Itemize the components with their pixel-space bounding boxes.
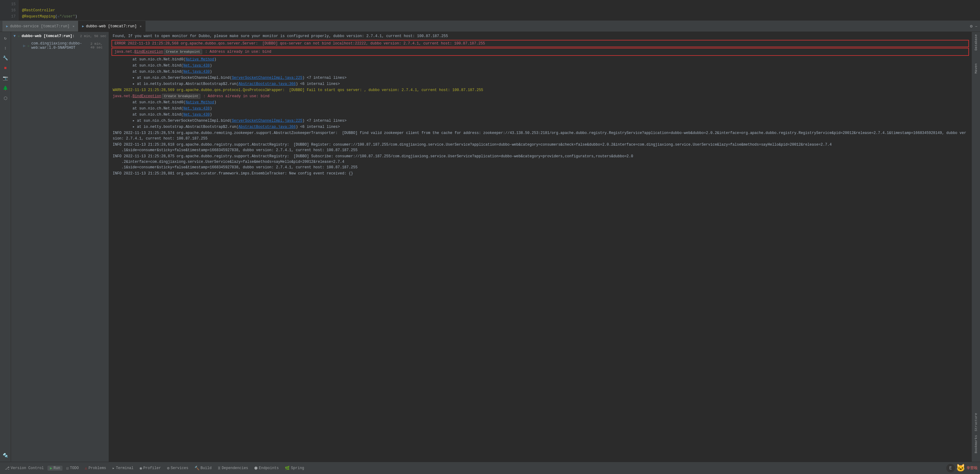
stack-7: at sun.nio.ch.Net.bind(Net.java:438) [109,105,971,112]
console-panel[interactable]: Found, If you want to open monitor for D… [109,32,971,462]
run-icon: ▶ [6,24,8,28]
server-socket-link-2[interactable]: ServerSocketChannelImpl.java:225 [232,119,302,123]
problems-icon: ⚠ [85,466,87,471]
stack-1: at sun.nio.ch.Net.bind0(Native Method) [109,56,971,62]
status-bar: ⎇ Version Control ▶ Run ☑ TODO ⚠ Problem… [0,462,980,474]
tab-web-label: dubbo-web [tomcat7:run] [86,24,137,29]
maven-panel-icon[interactable]: Maven [974,64,978,73]
info-register: INFO 2022-11-13 21:25:28,618 org.apache.… [109,142,971,153]
info-zk-1: INFO 2022-11-13 21:25:28,574 org.apache.… [109,130,971,142]
scroll-btn[interactable]: ↕ [3,45,8,52]
refresh-btn[interactable]: ↻ [3,34,8,42]
dependencies-label: Dependencies [222,466,248,470]
info-ensemble: INFO 2022-11-13 21:25:28,881 org.apache.… [109,171,971,177]
run-parent-item[interactable]: ▼ ☆ dubbo-web [tomcat7:run]: 2 min, 50 s… [11,32,109,40]
bind-exception-link[interactable]: BindException [134,49,163,54]
right-panel: Database Maven Structure Bookmarks [971,32,980,462]
run-status-icon: ▶ [50,466,52,471]
main-content: ↻ ↕ 🔧 ■ 📷 🌲 ⬡ 🔩 ▼ ☆ dubbo-web [tomcat7:r… [0,32,980,462]
exception-class: java.net. [115,49,134,54]
services-icon: ⚙ [167,466,169,471]
close-icon-web[interactable]: ✕ [140,24,142,28]
profiler-item[interactable]: ◉ Profiler [137,466,163,471]
run-icon-web: ▶ [82,24,84,28]
minimize-icon[interactable]: – [975,24,978,29]
build-item[interactable]: 🔨 Build [192,466,214,471]
wrench-btn[interactable]: 🔩 [2,452,9,459]
endpoints-icon: ⬢ [254,466,258,471]
create-breakpoint-btn[interactable]: Create breakpoint [164,49,202,54]
run-child-item[interactable]: ▷ ☆ com.dingjiaxiong:dubbo-web:war:1.0-S… [11,40,109,51]
tree-btn[interactable]: 🌲 [2,84,9,92]
spring-label: Spring [291,466,304,470]
stack-8: at sun.nio.ch.Net.bind(Net.java:430) [109,112,971,118]
stack-2: at sun.nio.ch.Net.bind(Net.java:438) [109,62,971,69]
close-btn[interactable]: ⬡ [2,94,9,102]
todo-icon: ☑ [66,466,68,471]
version-control-item[interactable]: ⎇ Version Control [2,466,46,471]
vcs-label: Version Control [11,466,44,470]
bookmarks-panel-icon[interactable]: Bookmarks [974,435,978,453]
server-socket-link-1[interactable]: ServerSocketChannelImpl.java:225 [232,76,302,80]
tab-dubbo-service[interactable]: ▶ dubbo-service [tomcat7:run] ✕ [2,21,78,32]
terminal-item[interactable]: ▸ Terminal [110,466,136,471]
decorative-area: E 🐱 辛苦啦 [946,464,978,472]
net-438-link[interactable]: Net.java:438 [183,64,210,68]
run-parent-time: 2 min, 50 sec [80,34,106,38]
line-numbers: 15 16 17 [0,0,18,21]
native-method-link-2[interactable]: Native Method [186,100,215,105]
endpoints-label: Endpoints [259,466,279,470]
terminal-icon: ▸ [112,466,115,471]
run-parent-label: dubbo-web [tomcat7:run]: [21,34,75,38]
dependencies-item[interactable]: ⧖ Dependencies [215,466,250,470]
build-icon: 🔨 [194,466,199,471]
create-breakpoint-btn-2[interactable]: Create breakpoint [162,94,200,99]
run-status-label: Run [54,466,60,470]
build-label: Build [200,466,212,470]
close-icon[interactable]: ✕ [73,24,75,28]
abstract-bootstrap-link-2[interactable]: AbstractBootstrap.java:366 [239,125,296,129]
profiler-label: Profiler [143,466,161,470]
camera-btn[interactable]: 📷 [2,74,9,82]
services-label: Services [170,466,188,470]
run-icon-parent: ☆ [18,34,20,38]
net-430-link-2[interactable]: Net.java:430 [183,113,210,117]
stack-10: ▸ at io.netty.bootstrap.AbstractBootstra… [109,124,971,130]
terminal-label: Terminal [116,466,134,470]
emoji-text: 辛苦啦 [967,465,978,471]
native-method-link[interactable]: Native Method [186,57,215,62]
net-430-link[interactable]: Net.java:430 [183,70,210,74]
error-line-1: ERROR 2022-11-13 21:25:28,568 org.apache… [115,41,966,46]
problems-label: Problems [89,466,106,470]
code-text: @RestController @RequestMapping(☆"/user"… [18,0,980,21]
expand-arrow: ▼ [13,34,16,38]
settings-btn[interactable]: 🔧 [2,54,9,62]
run-sidebar: ▼ ☆ dubbo-web [tomcat7:run]: 2 min, 50 s… [11,32,109,462]
structure-panel-icon[interactable]: Structure [974,413,978,431]
abstract-bootstrap-link-1[interactable]: AbstractBootstrap.java:366 [239,82,296,86]
exception-line-2: java.net.BindExceptionCreate breakpoint … [109,93,971,99]
stack-3: at sun.nio.ch.Net.bind(Net.java:430) [109,69,971,75]
endpoints-item[interactable]: ⬢ Endpoints [252,466,281,471]
info-subscribe: INFO 2022-11-13 21:25:28,875 org.apache.… [109,153,971,171]
stack-4: ▸ at sun.nio.ch.ServerSocketChannelImpl.… [109,75,971,81]
left-toolbar: ↻ ↕ 🔧 ■ 📷 🌲 ⬡ 🔩 [0,32,11,462]
run-status-item[interactable]: ▶ Run [48,466,62,471]
profiler-icon: ◉ [140,466,142,471]
exception-line-1: java.net.BindExceptionCreate breakpoint … [115,49,966,54]
net-438-link-2[interactable]: Net.java:438 [183,106,210,111]
child-arrow: ▷ [23,43,25,48]
services-item[interactable]: ⚙ Services [164,466,191,471]
bind-exception-link-2[interactable]: BindException [133,94,161,99]
spring-item[interactable]: 🌿 Spring [282,466,307,471]
gear-icon[interactable]: ⚙ [970,24,972,29]
tab-service-label: dubbo-service [tomcat7:run] [10,24,70,29]
tab-settings-area: ⚙ – [967,21,980,32]
stop-btn[interactable]: ■ [3,64,8,72]
problems-item[interactable]: ⚠ Problems [83,466,108,471]
dependencies-icon: ⧖ [218,466,221,470]
exception-class-2: java.net. [113,94,133,99]
tab-dubbo-web[interactable]: ▶ dubbo-web [tomcat7:run] ✕ [78,21,145,32]
database-panel-icon[interactable]: Database [974,34,978,51]
todo-item[interactable]: ☑ TODO [64,466,81,471]
